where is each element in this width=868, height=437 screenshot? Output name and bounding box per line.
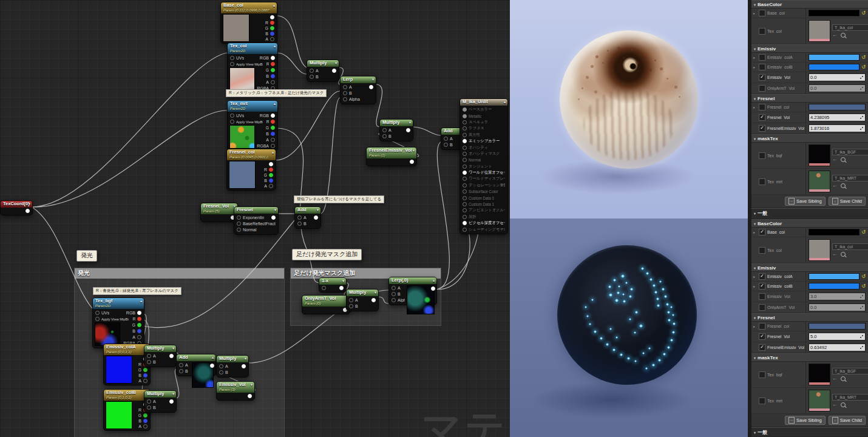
pin-dim[interactable] bbox=[297, 222, 302, 226]
param-checkbox-Emissiv_Vol[interactable]: ✓ bbox=[759, 74, 765, 81]
color-swatch-Emissiv_colB[interactable] bbox=[809, 283, 860, 290]
collapse-icon[interactable]: ▴ bbox=[212, 355, 214, 361]
section-header-Fresnel[interactable]: ▾Fresnel bbox=[751, 313, 868, 322]
pin-dim[interactable] bbox=[310, 69, 314, 73]
pin-dim[interactable] bbox=[463, 126, 467, 130]
node-multiply_em[interactable]: Multiply▾AB bbox=[379, 119, 413, 141]
section-header-maskTex[interactable]: ▾maskTex bbox=[751, 353, 868, 362]
pin-dim[interactable] bbox=[237, 222, 241, 226]
pin-dim[interactable] bbox=[463, 189, 467, 194]
pin-dim[interactable] bbox=[271, 144, 275, 148]
pin-dim[interactable] bbox=[463, 208, 467, 212]
pin-dim[interactable] bbox=[219, 364, 223, 368]
expand-icon[interactable]: ▸ bbox=[753, 324, 757, 328]
use-selected-icon[interactable]: ← bbox=[832, 376, 837, 381]
param-checkbox-Tex_mrt[interactable] bbox=[759, 398, 765, 404]
texture-select-Tex_mrt[interactable]: T_ika_MRT▾ bbox=[832, 175, 868, 181]
pin-pg[interactable] bbox=[143, 413, 147, 418]
node-emissiv_vol[interactable]: Emissiv_VolParam (3)▾ bbox=[216, 381, 255, 401]
pin-dim[interactable] bbox=[343, 97, 347, 101]
value-input-OnlyArmT_Vol[interactable]: 0.0 bbox=[809, 84, 866, 92]
comment-bubble-2[interactable]: 疑似フレネルを耳にもつけるマスクを足してる bbox=[294, 195, 384, 203]
pin-dim[interactable] bbox=[219, 370, 223, 374]
pin-f[interactable] bbox=[169, 399, 174, 404]
color-swatch-Base_col[interactable] bbox=[809, 229, 860, 235]
section-header-general[interactable]: ▾一般 bbox=[751, 208, 868, 218]
pin-dim[interactable] bbox=[237, 228, 241, 232]
node-tex_bgf[interactable]: Tex_bgfParam2D▴UVsRGBApply View MipBiasR… bbox=[92, 297, 144, 348]
material-node-graph[interactable]: マテリ 発光足だけ発光マスク追加 TexCoord[0]▾Base_colPar… bbox=[0, 0, 510, 437]
section-header-Fresnel[interactable]: ▾Fresnel bbox=[751, 94, 868, 103]
pin-f[interactable] bbox=[410, 160, 414, 164]
pin-pb[interactable] bbox=[143, 419, 147, 423]
collapse-icon[interactable]: ▾ bbox=[29, 202, 30, 207]
color-swatch-Fresnel_col[interactable] bbox=[809, 323, 866, 330]
param-checkbox-OnlyArmT_Vol[interactable] bbox=[759, 85, 765, 92]
pin-dim[interactable] bbox=[271, 138, 275, 142]
collapse-icon[interactable]: ▾ bbox=[245, 356, 246, 362]
color-swatch-Fresnel_col[interactable] bbox=[809, 104, 866, 110]
browse-icon[interactable] bbox=[841, 183, 846, 188]
param-checkbox-Fresnel_col[interactable] bbox=[759, 104, 765, 110]
node-onlyarmt_vol[interactable]: OnlyArmT_VolParam (0)▾ bbox=[302, 295, 350, 314]
spin-grip[interactable] bbox=[860, 126, 864, 130]
browse-icon[interactable] bbox=[841, 252, 846, 257]
pin-f[interactable] bbox=[271, 56, 275, 60]
pin-f[interactable] bbox=[271, 113, 275, 118]
save-child-button[interactable]: ↓Save Child bbox=[829, 416, 866, 425]
section-header-Emissiv[interactable]: ▾Emissiv bbox=[751, 263, 868, 272]
comment-bubble-1[interactable]: R：メタリック,G：ラフネス,B：足だけ発光のマスク bbox=[226, 89, 327, 97]
save-child-button[interactable]: ↓Save Child bbox=[829, 197, 866, 206]
pin-pg[interactable] bbox=[269, 173, 273, 177]
pin-dim[interactable] bbox=[230, 120, 234, 124]
param-checkbox-Emissiv_colA[interactable] bbox=[759, 54, 765, 61]
node-multiply_a[interactable]: Multiply▾AB bbox=[144, 345, 177, 367]
pin-dim[interactable] bbox=[463, 196, 467, 200]
pin-pr[interactable] bbox=[270, 21, 274, 25]
pin-pg[interactable] bbox=[143, 368, 147, 372]
node-lerp_mask[interactable]: Lerp(,0)▴ABAlpha bbox=[388, 277, 437, 305]
use-selected-icon[interactable]: ← bbox=[832, 251, 837, 257]
pin-dim[interactable] bbox=[179, 369, 183, 373]
pin-dim[interactable] bbox=[463, 215, 467, 219]
node-base_col[interactable]: Base_colParam (0.112,0.0996,0.0887,1)▴RG… bbox=[220, 2, 277, 44]
expand-icon[interactable]: ▸ bbox=[753, 105, 757, 109]
texture-select-Tex_mrt[interactable]: T_ika_MRT▾ bbox=[832, 394, 868, 401]
spin-grip[interactable] bbox=[860, 305, 864, 310]
pin-f[interactable] bbox=[463, 221, 467, 225]
pin-dim[interactable] bbox=[297, 215, 302, 220]
param-checkbox-Emissiv_colB[interactable] bbox=[759, 64, 765, 70]
browse-icon[interactable] bbox=[841, 33, 846, 38]
pin-dim[interactable] bbox=[269, 184, 273, 188]
pin-pg[interactable] bbox=[270, 26, 274, 30]
pin-pr[interactable] bbox=[137, 317, 141, 321]
collapse-icon[interactable]: ▾ bbox=[317, 208, 319, 213]
pin-dim[interactable] bbox=[463, 152, 467, 156]
pin-dim[interactable] bbox=[382, 128, 387, 132]
pin-pb[interactable] bbox=[137, 329, 141, 333]
pin-dim[interactable] bbox=[271, 80, 275, 84]
pin-f[interactable] bbox=[339, 286, 344, 290]
pin-dim[interactable] bbox=[237, 215, 241, 220]
spin-grip[interactable] bbox=[860, 294, 864, 299]
pin-dim[interactable] bbox=[147, 399, 151, 404]
pin-out[interactable] bbox=[210, 364, 214, 368]
color-swatch-Emissiv_colA[interactable] bbox=[809, 273, 860, 280]
node-multiply_vol[interactable]: Multiply▾AB bbox=[216, 355, 249, 378]
param-checkbox-Base_col[interactable] bbox=[759, 10, 765, 16]
spin-grip[interactable] bbox=[860, 115, 864, 120]
pin-f[interactable] bbox=[242, 364, 246, 368]
node-tex_mrt[interactable]: Tex_mrtParam2D▴UVsRGBApply View MipBiasR… bbox=[227, 100, 278, 151]
viewport-preview-emissive[interactable] bbox=[510, 218, 748, 437]
pin-dim[interactable] bbox=[137, 335, 141, 339]
collapse-icon[interactable]: ▴ bbox=[273, 3, 275, 8]
color-swatch-Emissiv_colA[interactable] bbox=[809, 54, 860, 61]
browse-icon[interactable] bbox=[841, 157, 846, 162]
param-checkbox-FresnelEmissiv_Vol[interactable]: ✓ bbox=[759, 125, 765, 132]
expand-icon[interactable]: ▸ bbox=[753, 284, 757, 288]
collapse-icon[interactable]: ▾ bbox=[172, 391, 174, 397]
pin-dim[interactable] bbox=[349, 298, 353, 302]
pin-f[interactable] bbox=[369, 85, 373, 89]
collapse-icon[interactable]: ▴ bbox=[272, 150, 274, 155]
texture-thumbnail-Tex_mrt[interactable] bbox=[809, 390, 830, 412]
